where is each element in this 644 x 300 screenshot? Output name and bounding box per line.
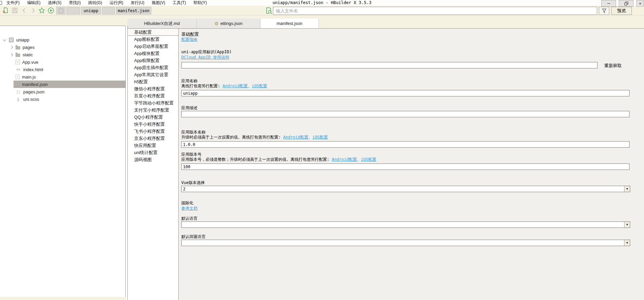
uniapp-logo-button[interactable]: U [56,7,65,14]
refresh-appid-button[interactable]: 重新获取 [604,63,622,69]
menu-item-9[interactable]: 帮助(Y) [190,0,211,6]
nav-item-微信小程序配置[interactable]: 微信小程序配置 [128,85,178,92]
tab-manifest.json[interactable]: manifest.json [260,19,319,28]
tree-item-pages[interactable]: pages [0,43,125,51]
nav-item-App常用其它设置[interactable]: App常用其它设置 [128,71,178,78]
version-code-input[interactable] [181,163,630,170]
nav-item-字节跳动小程序配置[interactable]: 字节跳动小程序配置 [128,99,178,107]
dcloud-appid-help-link[interactable]: DCloud AppID 使用说明 [181,55,229,60]
nav-item-快应用配置[interactable]: 快应用配置 [128,142,178,149]
config-guide-link[interactable]: 配置指南 [181,37,197,42]
tree-label: pages [23,45,34,50]
nav-item-App模块配置[interactable]: App模块配置 [128,50,178,57]
menu-item-6[interactable]: 发行(U) [127,0,148,6]
tree-label: uniapp [16,37,29,42]
app-name-input[interactable] [181,90,630,96]
filter-button[interactable] [599,7,609,15]
nav-item-QQ小程序配置[interactable]: QQ小程序配置 [128,114,178,121]
tab-ettings.json[interactable]: ⚙ettings.json [197,19,260,28]
android-config-link[interactable]: Android配置 [222,84,248,88]
i18n-docs-link[interactable]: 参考文档 [181,206,197,211]
chevron-right-icon[interactable] [10,53,13,56]
vue-file-icon [16,60,20,64]
chevron-down-icon[interactable] [3,38,6,41]
tree-item-main.js[interactable]: main.js [0,73,125,81]
project-button[interactable]: uniapp [81,7,101,14]
default-lang-value [182,222,624,228]
maximize-button[interactable] [619,0,634,7]
app-name-hint: 离线打包需另行配置: Android配置、iOS配置 [181,84,267,89]
android-config-link[interactable]: Android配置 [283,135,308,140]
chevron-spacer [10,68,12,71]
menu-item-2[interactable]: 选择(S) [44,0,65,6]
nav-item-支付宝小程序配置[interactable]: 支付宝小程序配置 [128,107,178,114]
default-lang-select[interactable]: ▼ [181,221,630,228]
android-config-link[interactable]: Android配置 [332,157,357,162]
menu-item-7[interactable]: 视图(V) [148,0,169,6]
nav-item-百度小程序配置[interactable]: 百度小程序配置 [128,92,178,99]
nav-item-飞书小程序配置[interactable]: 飞书小程序配置 [128,128,178,135]
search-input[interactable] [273,7,597,15]
app-icon [0,1,2,5]
nav-item-App原生插件配置[interactable]: App原生插件配置 [128,64,178,71]
ios-config-link[interactable]: iOS配置 [361,157,376,162]
save-icon [11,7,18,14]
fallback-lang-label: 默认回退语言 [181,234,206,239]
nav-item-h5配置[interactable]: h5配置 [128,78,178,85]
panel-splitter[interactable] [126,26,128,300]
toolbar-spacer-button-2[interactable] [102,7,115,14]
tree-item-index.html[interactable]: index.html [0,66,125,73]
minimize-button[interactable] [601,0,616,7]
menu-item-4[interactable]: 跳转(G) [85,0,106,6]
new-file-button[interactable] [2,7,9,14]
ios-config-link[interactable]: iOS配置 [312,135,328,140]
version-name-hint: 升级时必须高于上一次设置的值。离线打包需另行配置: Android配置、iOS配… [181,135,328,140]
run-button[interactable] [47,7,55,14]
config-nav: 基础配置App图标配置App启动界面配置App模块配置App权限配置App原生插… [128,29,179,300]
hint-separator: 、 [248,84,252,88]
tree-item-manifest.json[interactable]: manifest.json [0,81,125,88]
ios-config-link[interactable]: iOS配置 [252,84,267,88]
fallback-lang-select[interactable]: ▼ [181,240,630,246]
tree-item-pages.json[interactable]: pages.json [0,88,125,95]
uniapp-logo-icon: U [58,8,64,13]
version-name-input[interactable] [181,141,630,148]
menu-items: 文件(F)编辑(E)选择(S)查找(I)跳转(G)运行(R)发行(U)视图(V)… [3,0,211,6]
appid-input[interactable] [181,62,597,68]
menu-item-0[interactable]: 文件(F) [3,0,23,6]
vue-version-select[interactable]: 2 ▼ [181,186,630,192]
hint-text: 升级时必须高于上一次设置的值。离线打包需另行配置: [181,135,283,140]
tree-item-uni.scss[interactable]: uni.scss [0,95,125,103]
toolbar-spacer-button-1[interactable] [66,7,80,14]
tree-item-App.vue[interactable]: App.vue [0,58,125,66]
menu-item-1[interactable]: 编辑(E) [23,0,44,6]
close-icon: × [639,1,642,6]
app-desc-input[interactable] [181,111,630,117]
nav-item-App图标配置[interactable]: App图标配置 [128,36,178,43]
bookmark-button[interactable] [38,7,45,14]
menu-item-5[interactable]: 运行(R) [106,0,127,6]
nav-item-App权限配置[interactable]: App权限配置 [128,57,178,64]
nav-item-源码视图[interactable]: 源码视图 [128,156,178,163]
chevron-right-icon[interactable] [10,46,13,49]
nav-item-京东小程序配置[interactable]: 京东小程序配置 [128,135,178,142]
menu-item-8[interactable]: 工具(T) [169,0,189,6]
file-search-button[interactable] [265,7,272,14]
forward-button[interactable] [29,7,37,14]
nav-item-uni统计配置[interactable]: uni统计配置 [128,149,178,156]
nav-item-App启动界面配置[interactable]: App启动界面配置 [128,43,178,50]
forward-icon [30,7,36,13]
json-file-icon [16,82,20,87]
tree-item-static[interactable]: static [0,51,125,58]
nav-item-快手小程序配置[interactable]: 快手小程序配置 [128,121,178,128]
tab-HBuilderX自述.md[interactable]: HBuilderX自述.md [127,19,197,28]
current-file-button[interactable]: manifest.json [116,7,151,14]
menu-item-3[interactable]: 查找(I) [65,0,84,6]
tree-item-uniapp[interactable]: uniapp [0,36,125,43]
preview-button[interactable]: 预览 [611,7,632,15]
back-button[interactable] [21,7,28,14]
save-button[interactable] [11,7,19,14]
folder-icon [16,46,20,50]
close-button[interactable]: × [636,0,644,7]
nav-item-基础配置[interactable]: 基础配置 [128,29,178,36]
